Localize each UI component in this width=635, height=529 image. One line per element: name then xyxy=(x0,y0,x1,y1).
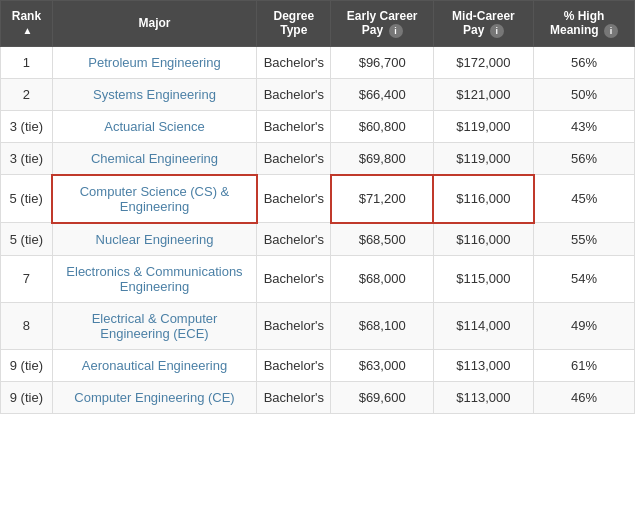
table-row: 5 (tie)Nuclear EngineeringBachelor's$68,… xyxy=(1,223,635,256)
header-mid-pay[interactable]: Mid-Career Pay i xyxy=(433,1,533,47)
cell-major: Aeronautical Engineering xyxy=(52,349,256,381)
cell-early-pay: $68,100 xyxy=(331,302,433,349)
sort-icon: ▲ xyxy=(22,25,32,36)
table-row: 2Systems EngineeringBachelor's$66,400$12… xyxy=(1,78,635,110)
cell-meaning: 45% xyxy=(534,175,635,223)
cell-major: Chemical Engineering xyxy=(52,142,256,175)
header-degree[interactable]: DegreeType xyxy=(257,1,331,47)
cell-mid-pay: $115,000 xyxy=(433,255,533,302)
cell-meaning: 55% xyxy=(534,223,635,256)
cell-meaning: 56% xyxy=(534,142,635,175)
cell-degree: Bachelor's xyxy=(257,255,331,302)
cell-major: Electrical & Computer Engineering (ECE) xyxy=(52,302,256,349)
cell-major: Electronics & Communications Engineering xyxy=(52,255,256,302)
cell-degree: Bachelor's xyxy=(257,381,331,413)
cell-major: Systems Engineering xyxy=(52,78,256,110)
cell-meaning: 54% xyxy=(534,255,635,302)
header-major-label: Major xyxy=(138,16,170,30)
cell-early-pay: $66,400 xyxy=(331,78,433,110)
header-meaning-label: % High Meaning xyxy=(550,9,604,37)
cell-mid-pay: $121,000 xyxy=(433,78,533,110)
cell-major: Computer Science (CS) & Engineering xyxy=(52,175,256,223)
salary-table: Rank ▲ Major DegreeType Early Career Pay… xyxy=(0,0,635,414)
cell-mid-pay: $116,000 xyxy=(433,175,533,223)
cell-degree: Bachelor's xyxy=(257,142,331,175)
cell-early-pay: $69,600 xyxy=(331,381,433,413)
cell-major: Petroleum Engineering xyxy=(52,46,256,78)
cell-rank: 3 (tie) xyxy=(1,142,53,175)
header-early-pay-label: Early Career Pay xyxy=(347,9,418,37)
cell-early-pay: $63,000 xyxy=(331,349,433,381)
cell-degree: Bachelor's xyxy=(257,175,331,223)
cell-meaning: 50% xyxy=(534,78,635,110)
cell-mid-pay: $119,000 xyxy=(433,142,533,175)
table-row: 3 (tie)Chemical EngineeringBachelor's$69… xyxy=(1,142,635,175)
cell-early-pay: $68,500 xyxy=(331,223,433,256)
table-row: 8Electrical & Computer Engineering (ECE)… xyxy=(1,302,635,349)
cell-rank: 7 xyxy=(1,255,53,302)
table-row: 9 (tie)Aeronautical EngineeringBachelor'… xyxy=(1,349,635,381)
cell-mid-pay: $113,000 xyxy=(433,349,533,381)
table-row: 1Petroleum EngineeringBachelor's$96,700$… xyxy=(1,46,635,78)
cell-rank: 9 (tie) xyxy=(1,381,53,413)
table-row: 3 (tie)Actuarial ScienceBachelor's$60,80… xyxy=(1,110,635,142)
header-meaning[interactable]: % High Meaning i xyxy=(534,1,635,47)
table-row: 5 (tie)Computer Science (CS) & Engineeri… xyxy=(1,175,635,223)
cell-early-pay: $68,000 xyxy=(331,255,433,302)
table-header: Rank ▲ Major DegreeType Early Career Pay… xyxy=(1,1,635,47)
cell-major: Computer Engineering (CE) xyxy=(52,381,256,413)
header-degree-label: DegreeType xyxy=(273,9,314,37)
table-row: 7Electronics & Communications Engineerin… xyxy=(1,255,635,302)
cell-meaning: 46% xyxy=(534,381,635,413)
mid-pay-info-icon[interactable]: i xyxy=(490,24,504,38)
cell-early-pay: $60,800 xyxy=(331,110,433,142)
cell-rank: 9 (tie) xyxy=(1,349,53,381)
cell-major: Actuarial Science xyxy=(52,110,256,142)
cell-early-pay: $71,200 xyxy=(331,175,433,223)
cell-rank: 1 xyxy=(1,46,53,78)
cell-degree: Bachelor's xyxy=(257,302,331,349)
table-row: 9 (tie)Computer Engineering (CE)Bachelor… xyxy=(1,381,635,413)
cell-mid-pay: $113,000 xyxy=(433,381,533,413)
cell-early-pay: $69,800 xyxy=(331,142,433,175)
cell-rank: 5 (tie) xyxy=(1,175,53,223)
cell-mid-pay: $172,000 xyxy=(433,46,533,78)
cell-rank: 3 (tie) xyxy=(1,110,53,142)
cell-mid-pay: $119,000 xyxy=(433,110,533,142)
early-pay-info-icon[interactable]: i xyxy=(389,24,403,38)
cell-meaning: 43% xyxy=(534,110,635,142)
cell-rank: 8 xyxy=(1,302,53,349)
cell-degree: Bachelor's xyxy=(257,46,331,78)
cell-major: Nuclear Engineering xyxy=(52,223,256,256)
header-early-pay[interactable]: Early Career Pay i xyxy=(331,1,433,47)
cell-rank: 5 (tie) xyxy=(1,223,53,256)
cell-mid-pay: $114,000 xyxy=(433,302,533,349)
cell-degree: Bachelor's xyxy=(257,349,331,381)
cell-degree: Bachelor's xyxy=(257,110,331,142)
meaning-info-icon[interactable]: i xyxy=(604,24,618,38)
header-rank[interactable]: Rank ▲ xyxy=(1,1,53,47)
header-major[interactable]: Major xyxy=(52,1,256,47)
cell-rank: 2 xyxy=(1,78,53,110)
header-rank-label: Rank xyxy=(12,9,41,23)
cell-meaning: 56% xyxy=(534,46,635,78)
cell-degree: Bachelor's xyxy=(257,223,331,256)
cell-mid-pay: $116,000 xyxy=(433,223,533,256)
cell-degree: Bachelor's xyxy=(257,78,331,110)
cell-early-pay: $96,700 xyxy=(331,46,433,78)
cell-meaning: 61% xyxy=(534,349,635,381)
header-mid-pay-label: Mid-Career Pay xyxy=(452,9,515,37)
cell-meaning: 49% xyxy=(534,302,635,349)
table-body: 1Petroleum EngineeringBachelor's$96,700$… xyxy=(1,46,635,413)
